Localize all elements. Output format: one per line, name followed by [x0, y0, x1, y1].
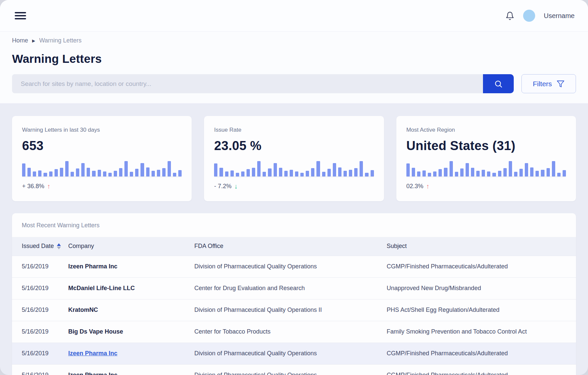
- sparkline-bar: [306, 171, 309, 176]
- stat-card-most-active-region: Most Active Region United States (31) 02…: [396, 116, 576, 201]
- topbar-right: Username: [505, 10, 575, 22]
- username-label: Username: [544, 12, 575, 20]
- trend-arrow-icon: ↑: [47, 182, 51, 190]
- sparkline-bar: [135, 169, 138, 176]
- table-row[interactable]: 5/16/2019McDaniel Life-Line LLCCenter fo…: [12, 277, 576, 299]
- stat-card-warning-letters: Warning Letters in last 30 days 653 + 36…: [12, 116, 192, 201]
- sparkline-bar: [230, 170, 234, 176]
- table-row[interactable]: 5/16/2019Izeen Pharma IncDivision of Pha…: [12, 343, 576, 364]
- warning-letters-table: Issued Date Company FDA Office Subject 5…: [12, 237, 576, 375]
- cell-issued-date: 5/16/2019: [12, 277, 68, 299]
- sparkline-bar: [557, 173, 561, 176]
- sparkline-bar: [541, 170, 544, 176]
- cell-subject: Family Smoking Prevention and Tobacco Co…: [387, 321, 576, 343]
- sparkline-bar: [71, 172, 74, 176]
- sparkline-bar: [236, 173, 239, 176]
- sparkline-bar: [476, 171, 480, 176]
- sparkline-bar: [295, 171, 298, 176]
- user-avatar[interactable]: [523, 10, 535, 22]
- stat-cards: Warning Letters in last 30 days 653 + 36…: [12, 116, 576, 201]
- sort-icon[interactable]: [57, 243, 61, 249]
- sparkline-chart: [22, 160, 182, 177]
- sparkline-bar: [98, 170, 101, 176]
- sparkline-bar: [438, 169, 442, 176]
- sparkline-bar: [168, 161, 171, 176]
- breadcrumb-current: Warning Letters: [39, 37, 81, 44]
- sparkline-bar: [119, 168, 122, 176]
- sparkline-bar: [333, 163, 336, 176]
- cell-fda-office: Center for Tobacco Products: [194, 321, 387, 343]
- sparkline-bar: [460, 168, 464, 176]
- sparkline-bar: [547, 168, 550, 176]
- trend-arrow-icon: ↓: [234, 182, 237, 190]
- sparkline-bar: [535, 171, 539, 176]
- sparkline-bar: [27, 168, 31, 176]
- sparkline-bar: [487, 171, 490, 176]
- sparkline-bar: [263, 172, 266, 176]
- cell-fda-office: Division of Pharmaceutical Quality Opera…: [194, 299, 387, 321]
- breadcrumb: Home ▶ Warning Letters: [12, 37, 576, 44]
- sparkline-bar: [92, 171, 95, 176]
- sparkline-bar: [274, 163, 277, 176]
- breadcrumb-home-link[interactable]: Home: [12, 37, 28, 44]
- sparkline-bar: [225, 171, 228, 176]
- sparkline-bar: [498, 171, 501, 176]
- cell-issued-date: 5/16/2019: [12, 364, 68, 375]
- hamburger-menu-icon[interactable]: [15, 10, 26, 21]
- search-icon: [494, 80, 503, 88]
- company-link[interactable]: Izeen Pharma Inc: [68, 350, 117, 357]
- table-title: Most Recent Warning Letters: [22, 222, 576, 229]
- column-header-issued-date[interactable]: Issued Date: [12, 237, 68, 256]
- sparkline-bar: [563, 170, 566, 176]
- sparkline-bar: [412, 168, 415, 176]
- sparkline-bar: [33, 171, 36, 176]
- cell-company: Izeen Pharma Inc: [68, 343, 194, 364]
- stat-change: - 7.2%↓: [214, 182, 374, 190]
- sparkline-bar: [344, 171, 347, 176]
- sparkline-bar: [311, 168, 314, 176]
- stat-value: 653: [22, 139, 182, 153]
- sparkline-bar: [76, 168, 79, 176]
- cell-subject: CGMP/Finished Pharmaceuticals/Adulterate…: [387, 343, 576, 364]
- cell-company: Izeen Pharma Inc: [68, 364, 194, 375]
- sparkline-bar: [130, 172, 133, 176]
- sparkline-bar: [327, 169, 331, 176]
- stat-change: 02.3%↑: [406, 182, 566, 190]
- search-input[interactable]: [12, 74, 483, 93]
- table-row[interactable]: 5/16/2019Izeen Pharma IncDivision of Pha…: [12, 256, 576, 277]
- page-title: Warning Letters: [12, 52, 576, 66]
- filters-button[interactable]: Filters: [521, 74, 576, 93]
- notification-bell-icon[interactable]: [505, 11, 514, 20]
- sparkline-bar: [124, 161, 128, 176]
- sparkline-bar: [300, 173, 304, 176]
- sparkline-bar: [338, 167, 341, 176]
- column-header-subject: Subject: [387, 237, 576, 256]
- sparkline-bar: [60, 168, 63, 176]
- sparkline-bar: [257, 161, 261, 176]
- warning-letters-page: Username Home ▶ Warning Letters Warning …: [0, 0, 588, 375]
- table-row[interactable]: 5/16/2019Izeen Pharma IncDivision of Pha…: [12, 364, 576, 375]
- cell-fda-office: Division of Pharmaceutical Quality Opera…: [194, 343, 387, 364]
- table-row[interactable]: 5/16/2019KratomNCDivision of Pharmaceuti…: [12, 299, 576, 321]
- trend-arrow-icon: ↑: [426, 182, 429, 190]
- cell-company: Big Ds Vape House: [68, 321, 194, 343]
- cell-subject: PHS Act/Shell Egg Regulation/Adulterated: [387, 299, 576, 321]
- column-header-fda-office: FDA Office: [194, 237, 387, 256]
- sparkline-bar: [214, 163, 217, 176]
- search-button[interactable]: [483, 74, 514, 93]
- sparkline-bar: [514, 172, 517, 176]
- sparkline-bar: [519, 169, 523, 176]
- sparkline-bar: [247, 169, 250, 176]
- table-row[interactable]: 5/16/2019Big Ds Vape HouseCenter for Tob…: [12, 321, 576, 343]
- sparkline-bar: [417, 171, 420, 176]
- sparkline-bar: [152, 171, 155, 176]
- stat-value: United States (31): [406, 139, 566, 153]
- sparkline-bar: [65, 161, 69, 176]
- cell-issued-date: 5/16/2019: [12, 343, 68, 364]
- cell-subject: CGMP/Finished Pharmaceuticals/Adulterate…: [387, 256, 576, 277]
- sparkline-bar: [140, 163, 144, 176]
- sparkline-bar: [38, 170, 41, 176]
- sparkline-bar: [354, 168, 358, 176]
- sparkline-bar: [178, 170, 182, 176]
- cell-subject: Unapproved New Drug/Misbranded: [387, 277, 576, 299]
